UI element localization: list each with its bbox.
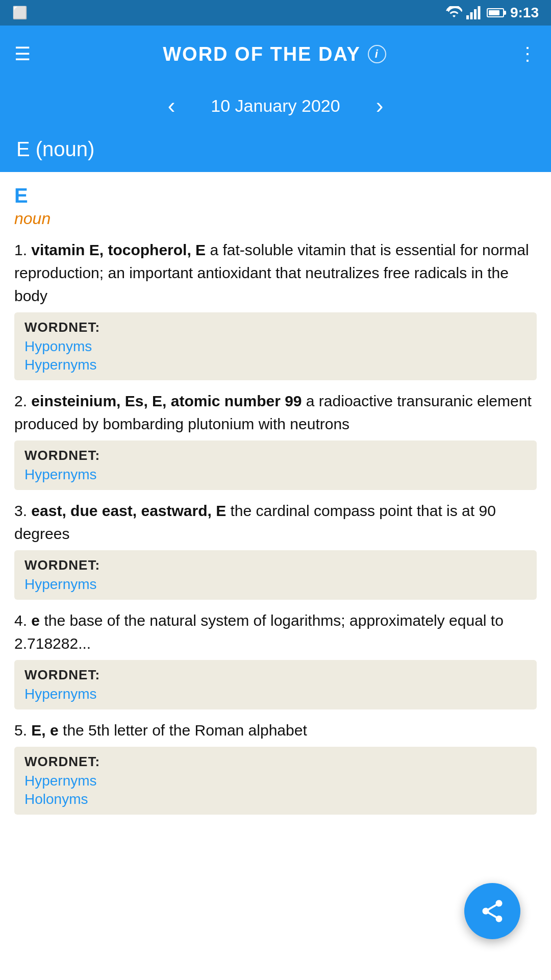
def1-bold: vitamin E, tocopherol, E xyxy=(31,241,206,258)
def5-number: 5. xyxy=(14,722,31,739)
definition-4: 4. e the base of the natural system of l… xyxy=(14,609,537,709)
definition-4-text: 4. e the base of the natural system of l… xyxy=(14,609,537,655)
status-bar-right: 9:13 xyxy=(446,5,539,21)
app-bar: ☰ WORD OF THE DAY i ⋮ xyxy=(0,26,551,83)
definition-1: 1. vitamin E, tocopherol, E a fat-solubl… xyxy=(14,238,537,380)
status-bar: 9:13 xyxy=(0,0,551,26)
def1-number: 1. xyxy=(14,241,31,258)
word-header-text: E (noun) xyxy=(16,138,94,160)
more-options-icon[interactable]: ⋮ xyxy=(518,43,537,65)
def4-number: 4. xyxy=(14,612,31,629)
svg-rect-2 xyxy=(474,9,477,19)
app-title-text: WORD OF THE DAY xyxy=(163,43,361,65)
hypernyms-link-3[interactable]: Hypernyms xyxy=(24,576,527,593)
wordnet-label-5: WORDNET: xyxy=(24,754,527,770)
battery-icon xyxy=(487,8,504,17)
def3-number: 3. xyxy=(14,502,31,519)
hypernyms-link-1[interactable]: Hypernyms xyxy=(24,357,527,373)
wordnet-label-2: WORDNET: xyxy=(24,448,527,463)
date-navigation: ‹ 10 January 2020 › xyxy=(0,83,551,129)
svg-rect-1 xyxy=(470,12,472,19)
signal-icon xyxy=(466,6,481,19)
wordnet-label-4: WORDNET: xyxy=(24,667,527,683)
wordnet-label-1: WORDNET: xyxy=(24,320,527,335)
hypernyms-link-4[interactable]: Hypernyms xyxy=(24,686,527,702)
def2-bold: einsteinium, Es, E, atomic number 99 xyxy=(31,393,302,409)
hypernyms-link-5[interactable]: Hypernyms xyxy=(24,773,527,789)
status-bar-left xyxy=(12,6,28,20)
wordnet-box-5: WORDNET: Hypernyms Holonyms xyxy=(14,747,537,815)
wifi-icon xyxy=(446,6,462,19)
wordnet-box-4: WORDNET: Hypernyms xyxy=(14,660,537,709)
def4-rest: the base of the natural system of logari… xyxy=(14,612,504,652)
svg-rect-0 xyxy=(466,15,469,19)
app-bar-title: WORD OF THE DAY i xyxy=(163,43,386,65)
hyponyms-link-1[interactable]: Hyponyms xyxy=(24,338,527,355)
def5-bold: E, e xyxy=(31,722,58,739)
definition-3-text: 3. east, due east, eastward, E the cardi… xyxy=(14,499,537,545)
def3-bold: east, due east, eastward, E xyxy=(31,502,226,519)
definition-2-text: 2. einsteinium, Es, E, atomic number 99 … xyxy=(14,389,537,435)
def2-number: 2. xyxy=(14,393,31,409)
wordnet-box-1: WORDNET: Hyponyms Hypernyms xyxy=(14,312,537,380)
share-icon xyxy=(479,898,506,924)
word-title: E xyxy=(14,184,537,207)
hamburger-menu-icon[interactable]: ☰ xyxy=(14,43,31,65)
def5-rest: the 5th letter of the Roman alphabet xyxy=(59,722,307,739)
word-pos: noun xyxy=(14,209,537,228)
wordnet-label-3: WORDNET: xyxy=(24,557,527,573)
status-time: 9:13 xyxy=(510,5,539,21)
def4-bold: e xyxy=(31,612,40,629)
content-area: E noun 1. vitamin E, tocopherol, E a fat… xyxy=(0,172,551,836)
next-date-arrow[interactable]: › xyxy=(371,88,389,124)
share-fab-button[interactable] xyxy=(464,883,520,939)
word-header: E (noun) xyxy=(0,129,551,172)
hypernyms-link-2[interactable]: Hypernyms xyxy=(24,467,527,483)
definition-3: 3. east, due east, eastward, E the cardi… xyxy=(14,499,537,600)
definition-1-text: 1. vitamin E, tocopherol, E a fat-solubl… xyxy=(14,238,537,307)
gallery-icon xyxy=(12,6,28,20)
definition-2: 2. einsteinium, Es, E, atomic number 99 … xyxy=(14,389,537,490)
svg-rect-3 xyxy=(478,6,480,19)
prev-date-arrow[interactable]: ‹ xyxy=(163,88,181,124)
definition-5-text: 5. E, e the 5th letter of the Roman alph… xyxy=(14,719,537,742)
status-icons xyxy=(446,6,504,19)
definition-5: 5. E, e the 5th letter of the Roman alph… xyxy=(14,719,537,815)
wordnet-box-3: WORDNET: Hypernyms xyxy=(14,550,537,600)
date-display: 10 January 2020 xyxy=(211,96,340,116)
info-icon[interactable]: i xyxy=(368,45,386,63)
holonyms-link-5[interactable]: Holonyms xyxy=(24,791,527,807)
wordnet-box-2: WORDNET: Hypernyms xyxy=(14,440,537,490)
